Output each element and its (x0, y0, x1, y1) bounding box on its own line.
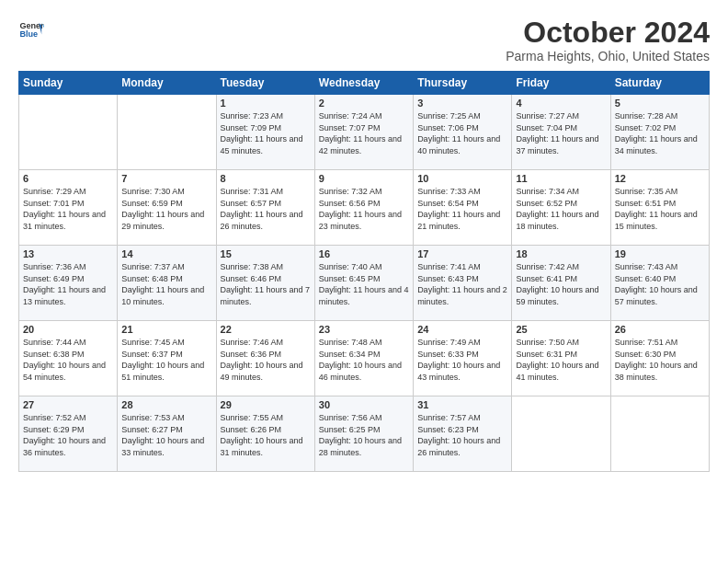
day-cell: 24Sunrise: 7:49 AM Sunset: 6:33 PM Dayli… (414, 321, 512, 396)
day-number: 23 (319, 324, 409, 335)
month-title: October 2024 (506, 17, 710, 49)
day-number: 17 (417, 248, 507, 259)
day-info: Sunrise: 7:40 AM Sunset: 6:45 PM Dayligh… (319, 261, 409, 307)
day-number: 10 (417, 173, 507, 184)
day-cell: 15Sunrise: 7:38 AM Sunset: 6:46 PM Dayli… (216, 246, 314, 321)
col-sunday: Sunday (19, 72, 118, 95)
col-monday: Monday (118, 72, 216, 95)
day-info: Sunrise: 7:42 AM Sunset: 6:41 PM Dayligh… (516, 261, 606, 307)
day-cell: 9Sunrise: 7:32 AM Sunset: 6:56 PM Daylig… (314, 170, 413, 246)
day-number: 19 (615, 248, 705, 259)
day-cell: 30Sunrise: 7:56 AM Sunset: 6:25 PM Dayli… (314, 396, 413, 472)
day-cell: 19Sunrise: 7:43 AM Sunset: 6:40 PM Dayli… (610, 246, 709, 321)
day-info: Sunrise: 7:51 AM Sunset: 6:30 PM Dayligh… (615, 337, 705, 383)
day-number: 12 (615, 173, 705, 184)
day-number: 3 (417, 98, 507, 109)
day-number: 21 (121, 324, 211, 335)
day-info: Sunrise: 7:38 AM Sunset: 6:46 PM Dayligh… (221, 261, 311, 307)
col-saturday: Saturday (610, 72, 709, 95)
day-number: 25 (516, 324, 606, 335)
day-number: 4 (516, 98, 606, 109)
day-cell: 31Sunrise: 7:57 AM Sunset: 6:23 PM Dayli… (414, 396, 512, 472)
day-info: Sunrise: 7:43 AM Sunset: 6:40 PM Dayligh… (615, 261, 705, 307)
day-number: 20 (23, 324, 113, 335)
day-cell: 3Sunrise: 7:25 AM Sunset: 7:06 PM Daylig… (414, 95, 512, 170)
day-cell: 29Sunrise: 7:55 AM Sunset: 6:26 PM Dayli… (216, 396, 314, 472)
day-cell: 1Sunrise: 7:23 AM Sunset: 7:09 PM Daylig… (216, 95, 314, 170)
week-row-3: 13Sunrise: 7:36 AM Sunset: 6:49 PM Dayli… (19, 246, 710, 321)
day-info: Sunrise: 7:25 AM Sunset: 7:06 PM Dayligh… (417, 110, 507, 156)
week-row-5: 27Sunrise: 7:52 AM Sunset: 6:29 PM Dayli… (19, 396, 710, 472)
day-info: Sunrise: 7:36 AM Sunset: 6:49 PM Dayligh… (23, 261, 113, 307)
day-cell: 17Sunrise: 7:41 AM Sunset: 6:43 PM Dayli… (414, 246, 512, 321)
day-number: 24 (417, 324, 507, 335)
day-cell: 26Sunrise: 7:51 AM Sunset: 6:30 PM Dayli… (610, 321, 709, 396)
day-number: 15 (221, 248, 311, 259)
day-info: Sunrise: 7:53 AM Sunset: 6:27 PM Dayligh… (121, 412, 211, 458)
day-cell: 25Sunrise: 7:50 AM Sunset: 6:31 PM Dayli… (512, 321, 610, 396)
day-cell: 22Sunrise: 7:46 AM Sunset: 6:36 PM Dayli… (216, 321, 314, 396)
day-info: Sunrise: 7:44 AM Sunset: 6:38 PM Dayligh… (23, 337, 113, 383)
day-number: 9 (319, 173, 409, 184)
day-cell (19, 95, 118, 170)
week-row-1: 1Sunrise: 7:23 AM Sunset: 7:09 PM Daylig… (19, 95, 710, 170)
day-info: Sunrise: 7:52 AM Sunset: 6:29 PM Dayligh… (23, 412, 113, 458)
day-info: Sunrise: 7:30 AM Sunset: 6:59 PM Dayligh… (121, 186, 211, 232)
day-cell: 4Sunrise: 7:27 AM Sunset: 7:04 PM Daylig… (512, 95, 610, 170)
location: Parma Heights, Ohio, United States (506, 49, 710, 63)
title-section: October 2024 Parma Heights, Ohio, United… (506, 17, 710, 63)
day-number: 5 (615, 98, 705, 109)
col-wednesday: Wednesday (314, 72, 413, 95)
day-number: 2 (319, 98, 409, 109)
calendar-page: General Blue October 2024 Parma Heights,… (0, 0, 728, 563)
day-cell: 28Sunrise: 7:53 AM Sunset: 6:27 PM Dayli… (118, 396, 216, 472)
day-info: Sunrise: 7:34 AM Sunset: 6:52 PM Dayligh… (516, 186, 606, 232)
day-info: Sunrise: 7:46 AM Sunset: 6:36 PM Dayligh… (221, 337, 311, 383)
day-number: 29 (221, 399, 311, 410)
day-cell (118, 95, 216, 170)
logo-icon: General Blue (18, 17, 44, 42)
day-info: Sunrise: 7:24 AM Sunset: 7:07 PM Dayligh… (319, 110, 409, 156)
day-number: 22 (221, 324, 311, 335)
day-cell: 20Sunrise: 7:44 AM Sunset: 6:38 PM Dayli… (19, 321, 118, 396)
day-cell: 11Sunrise: 7:34 AM Sunset: 6:52 PM Dayli… (512, 170, 610, 246)
day-number: 28 (121, 399, 211, 410)
day-info: Sunrise: 7:55 AM Sunset: 6:26 PM Dayligh… (221, 412, 311, 458)
day-info: Sunrise: 7:31 AM Sunset: 6:57 PM Dayligh… (221, 186, 311, 232)
day-cell (512, 396, 610, 472)
day-number: 6 (23, 173, 113, 184)
day-cell (610, 396, 709, 472)
day-number: 31 (417, 399, 507, 410)
day-cell: 10Sunrise: 7:33 AM Sunset: 6:54 PM Dayli… (414, 170, 512, 246)
day-info: Sunrise: 7:23 AM Sunset: 7:09 PM Dayligh… (221, 110, 311, 156)
day-info: Sunrise: 7:37 AM Sunset: 6:48 PM Dayligh… (121, 261, 211, 307)
calendar-body: 1Sunrise: 7:23 AM Sunset: 7:09 PM Daylig… (19, 95, 710, 472)
col-thursday: Thursday (414, 72, 512, 95)
day-info: Sunrise: 7:45 AM Sunset: 6:37 PM Dayligh… (121, 337, 211, 383)
day-cell: 12Sunrise: 7:35 AM Sunset: 6:51 PM Dayli… (610, 170, 709, 246)
day-number: 16 (319, 248, 409, 259)
day-info: Sunrise: 7:29 AM Sunset: 7:01 PM Dayligh… (23, 186, 113, 232)
day-cell: 8Sunrise: 7:31 AM Sunset: 6:57 PM Daylig… (216, 170, 314, 246)
day-number: 14 (121, 248, 211, 259)
day-cell: 6Sunrise: 7:29 AM Sunset: 7:01 PM Daylig… (19, 170, 118, 246)
day-info: Sunrise: 7:57 AM Sunset: 6:23 PM Dayligh… (417, 412, 507, 458)
day-number: 27 (23, 399, 113, 410)
week-row-2: 6Sunrise: 7:29 AM Sunset: 7:01 PM Daylig… (19, 170, 710, 246)
day-cell: 5Sunrise: 7:28 AM Sunset: 7:02 PM Daylig… (610, 95, 709, 170)
day-cell: 2Sunrise: 7:24 AM Sunset: 7:07 PM Daylig… (314, 95, 413, 170)
day-info: Sunrise: 7:35 AM Sunset: 6:51 PM Dayligh… (615, 186, 705, 232)
week-row-4: 20Sunrise: 7:44 AM Sunset: 6:38 PM Dayli… (19, 321, 710, 396)
day-cell: 16Sunrise: 7:40 AM Sunset: 6:45 PM Dayli… (314, 246, 413, 321)
day-info: Sunrise: 7:27 AM Sunset: 7:04 PM Dayligh… (516, 110, 606, 156)
day-info: Sunrise: 7:41 AM Sunset: 6:43 PM Dayligh… (417, 261, 507, 307)
day-cell: 7Sunrise: 7:30 AM Sunset: 6:59 PM Daylig… (118, 170, 216, 246)
day-cell: 21Sunrise: 7:45 AM Sunset: 6:37 PM Dayli… (118, 321, 216, 396)
day-cell: 23Sunrise: 7:48 AM Sunset: 6:34 PM Dayli… (314, 321, 413, 396)
day-info: Sunrise: 7:28 AM Sunset: 7:02 PM Dayligh… (615, 110, 705, 156)
day-number: 13 (23, 248, 113, 259)
logo: General Blue (18, 17, 44, 42)
day-cell: 14Sunrise: 7:37 AM Sunset: 6:48 PM Dayli… (118, 246, 216, 321)
col-friday: Friday (512, 72, 610, 95)
day-info: Sunrise: 7:56 AM Sunset: 6:25 PM Dayligh… (319, 412, 409, 458)
